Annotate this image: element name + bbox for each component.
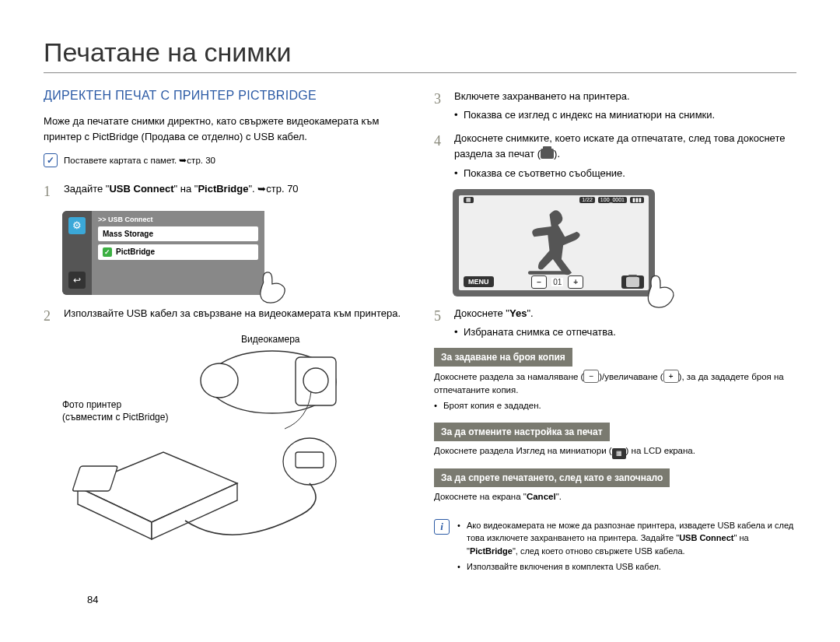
tip-stop-print: За да спрете печатането, след като е зап…	[434, 468, 796, 505]
tip-stop-body: Докоснете на екрана "Cancel".	[434, 487, 796, 505]
page-title: Печатане на снимки	[44, 37, 796, 73]
steps-right-2: 5 Докоснете "Yes". Избраната снимка се о…	[434, 306, 796, 340]
tip-copies: За задаване на броя копия Докоснете разд…	[434, 348, 796, 415]
intro-paragraph: Може да печатате снимки директно, като с…	[44, 114, 406, 144]
step-5: 5 Докоснете "Yes". Избраната снимка се о…	[434, 306, 796, 340]
touch-hand-icon	[249, 261, 292, 304]
printer-icon	[541, 149, 554, 159]
tip-stop-heading: За да спрете печатането, след като е зап…	[434, 468, 670, 487]
usb-screen-sidebar: ⚙ ↩	[62, 211, 92, 295]
page-number: 84	[87, 594, 98, 605]
svg-rect-4	[72, 466, 117, 491]
step-4-text: Докоснете снимките, което искате да отпе…	[454, 132, 785, 160]
tip-cancel-setting: За да отмените настройка за печат Докосн…	[434, 423, 796, 461]
step-3: 3 Включете захранването на принтера. Пок…	[434, 89, 796, 123]
svg-point-1	[201, 363, 238, 398]
step-number: 4	[434, 131, 446, 181]
usb-connect-screen: ⚙ ↩ >> USB Connect Mass Storage ✓ PictBr…	[62, 211, 264, 295]
usb-screen-main: >> USB Connect Mass Storage ✓ PictBridge	[92, 211, 264, 295]
bottom-note-1: Ако видеокамерата не може да разпознае п…	[457, 519, 796, 558]
usb-item-pictbridge: ✓ PictBridge	[98, 244, 258, 260]
svg-point-3	[303, 368, 328, 393]
usb-item-mass-storage: Mass Storage	[98, 226, 258, 241]
preview-top-bar: ▦ 1/22 100_0001 ▮▮▮	[464, 197, 644, 203]
steps-right: 3 Включете захранването на принтера. Пок…	[434, 89, 796, 181]
step-5-bullet: Избраната снимка се отпечатва.	[454, 325, 796, 340]
preview-bottom-bar: MENU − 01 +	[464, 275, 644, 289]
left-column: ДИРЕКТЕН ПЕЧАТ С ПРИНТЕР PICTBRIDGE Може…	[44, 89, 406, 577]
tip-cancel-body: Докоснете раздела Изглед на миниатюри (▦…	[434, 441, 796, 461]
step-2: 2 Използвайте USB кабел за свързване на …	[44, 306, 406, 328]
gear-icon: ⚙	[68, 217, 86, 234]
minus-icon: −	[583, 370, 599, 383]
step-4: 4 Докоснете снимките, което искате да от…	[434, 131, 796, 181]
connection-diagram-icon	[62, 335, 389, 546]
memory-card-note: ✓ Поставете картата с памет. ➥стр. 30	[44, 153, 406, 167]
skater-silhouette-icon	[511, 204, 597, 282]
step-3-bullet: Показва се изглед с индекс на миниатюри …	[454, 107, 796, 123]
svg-rect-6	[296, 452, 324, 468]
memory-card-note-text: Поставете картата с памет. ➥стр. 30	[64, 155, 215, 166]
step-5-text: Докоснете "Yes".	[454, 307, 534, 319]
svg-rect-7	[528, 271, 569, 274]
step-number: 1	[44, 181, 56, 203]
step-3-text: Включете захранването на принтера.	[454, 90, 630, 102]
tip-copies-body: Докоснете раздела за намаляване (−)/увел…	[434, 367, 796, 415]
preview-thumb-icon: ▦	[464, 197, 474, 203]
check-icon: ✓	[103, 247, 112, 257]
increase-copies-button: +	[568, 275, 583, 289]
preview-filename: 100_0001	[598, 197, 627, 203]
plus-icon: +	[663, 370, 679, 383]
tip-cancel-heading: За да отмените настройка за печат	[434, 423, 610, 441]
step-number: 5	[434, 306, 446, 340]
step-2-text: Използвайте USB кабел за свързване на ви…	[64, 306, 406, 328]
check-icon: ✓	[44, 153, 58, 167]
steps-left-2: 2 Използвайте USB кабел за свързване на …	[44, 306, 406, 328]
decrease-copies-button: −	[531, 275, 547, 289]
preview-counter: 1/22	[579, 197, 595, 203]
photo-preview-screen: ▦ 1/22 100_0001 ▮▮▮ MENU − 01 +	[453, 189, 655, 296]
step-number: 2	[44, 306, 56, 328]
step-number: 3	[434, 89, 446, 123]
copies-count: 01	[551, 278, 563, 286]
usb-screen-title: >> USB Connect	[98, 216, 258, 223]
step-4-bullet: Показва се съответно съобщение.	[454, 166, 796, 181]
step-1-text: Задайте "USB Connect" на "PictBridge". ➥…	[64, 181, 406, 203]
connection-illustration: Видеокамера Фото принтер (съвместим с Pi…	[62, 335, 389, 546]
back-icon: ↩	[68, 272, 86, 289]
steps-left: 1 Задайте "USB Connect" на "PictBridge".…	[44, 181, 406, 203]
bottom-note-2: Използвайте включения в комплекта USB ка…	[457, 560, 796, 574]
menu-button: MENU	[464, 276, 494, 287]
thumbnail-icon: ▦	[612, 448, 626, 459]
right-column: 3 Включете захранването на принтера. Пок…	[434, 89, 796, 577]
section-heading: ДИРЕКТЕН ПЕЧАТ С ПРИНТЕР PICTBRIDGE	[44, 89, 406, 103]
info-icon: i	[434, 519, 450, 535]
tip-copies-heading: За задаване на броя копия	[434, 348, 572, 367]
tip-copies-bullet: Броят копия е зададен.	[434, 399, 796, 412]
battery-icon: ▮▮▮	[630, 197, 644, 203]
touch-hand-icon	[636, 264, 681, 309]
bottom-notes: i Ако видеокамерата не може да разпознае…	[434, 519, 796, 577]
step-1: 1 Задайте "USB Connect" на "PictBridge".…	[44, 181, 406, 203]
two-column-layout: ДИРЕКТЕН ПЕЧАТ С ПРИНТЕР PICTBRIDGE Може…	[44, 89, 796, 577]
